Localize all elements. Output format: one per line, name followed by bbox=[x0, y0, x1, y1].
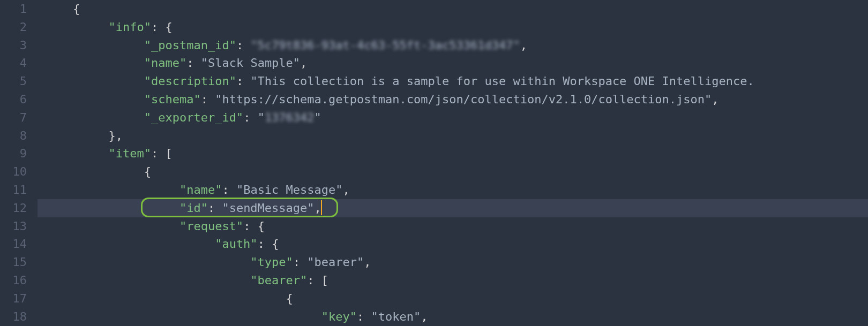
code-token: { bbox=[165, 20, 172, 34]
code-line[interactable]: { bbox=[38, 290, 868, 308]
code-token: , bbox=[520, 39, 527, 52]
code-token: { bbox=[286, 292, 293, 305]
code-area[interactable]: { "info": { "_postman_id": "5c79t836-93a… bbox=[38, 0, 868, 326]
code-token: "Slack Sample" bbox=[201, 56, 300, 70]
line-number-gutter: 123456789101112131415161718 bbox=[0, 0, 38, 326]
code-token: "auth" bbox=[215, 237, 257, 251]
line-number: 13 bbox=[0, 217, 27, 236]
code-token: : bbox=[307, 274, 321, 287]
code-line[interactable]: "info": { bbox=[38, 18, 868, 36]
code-token: : bbox=[201, 93, 215, 106]
code-token: "info" bbox=[108, 20, 151, 34]
code-token: [ bbox=[321, 274, 328, 287]
line-number: 5 bbox=[0, 72, 27, 90]
line-number: 8 bbox=[0, 127, 27, 145]
code-token: "key" bbox=[321, 310, 357, 323]
code-token: "https://schema.getpostman.com/json/coll… bbox=[215, 93, 712, 106]
code-token: "This collection is a sample for use wit… bbox=[250, 74, 754, 88]
code-line[interactable]: "_postman_id": "5c79t836-93at-4c63-55ft-… bbox=[38, 36, 868, 55]
code-line[interactable]: { bbox=[38, 0, 868, 18]
code-token: " bbox=[258, 111, 265, 124]
code-token: "description" bbox=[144, 74, 236, 88]
code-token: { bbox=[258, 219, 265, 233]
code-token: : bbox=[258, 237, 272, 251]
line-number: 18 bbox=[0, 308, 27, 326]
code-token: : bbox=[357, 310, 371, 323]
code-token: "request" bbox=[179, 219, 243, 233]
code-token: "name" bbox=[179, 183, 222, 196]
code-token: , bbox=[364, 255, 371, 269]
code-line[interactable]: "description": "This collection is a sam… bbox=[38, 72, 868, 90]
code-token: "_postman_id" bbox=[144, 39, 236, 52]
code-line[interactable]: "item": [ bbox=[38, 145, 868, 163]
code-token: , bbox=[343, 183, 350, 196]
code-token: : bbox=[151, 20, 166, 34]
code-line[interactable]: "key": "token", bbox=[38, 308, 868, 326]
text-cursor bbox=[321, 200, 322, 215]
line-number: 4 bbox=[0, 54, 27, 72]
code-token: : bbox=[222, 183, 236, 196]
code-token: : bbox=[293, 255, 308, 269]
line-number: 15 bbox=[0, 253, 27, 271]
code-line[interactable]: "name": "Slack Sample", bbox=[38, 54, 868, 72]
code-line[interactable]: "name": "Basic Message", bbox=[38, 181, 868, 199]
line-number: 12 bbox=[0, 199, 27, 217]
code-token: { bbox=[272, 237, 279, 251]
code-line[interactable]: "auth": { bbox=[38, 235, 868, 253]
code-token: { bbox=[144, 165, 151, 178]
line-number: 14 bbox=[0, 235, 27, 253]
code-token: : bbox=[186, 56, 201, 70]
code-line[interactable]: }, bbox=[38, 127, 868, 145]
code-token: "Basic Message" bbox=[236, 183, 343, 196]
code-line[interactable]: "request": { bbox=[38, 217, 868, 236]
line-number: 11 bbox=[0, 181, 27, 199]
code-line[interactable]: "_exporter_id": "1376342" bbox=[38, 109, 868, 127]
code-token: : bbox=[243, 219, 258, 233]
code-token: "type" bbox=[250, 255, 293, 269]
line-number: 16 bbox=[0, 271, 27, 290]
code-token: "token" bbox=[371, 310, 421, 323]
code-token: : bbox=[151, 147, 166, 160]
code-token: "_exporter_id" bbox=[144, 111, 243, 124]
code-token: [ bbox=[165, 147, 172, 160]
code-token: "schema" bbox=[144, 93, 201, 106]
code-token: "bearer" bbox=[250, 274, 307, 287]
code-token: { bbox=[73, 2, 80, 16]
code-token: "5c79t836-93at-4c63-55ft-3ac53361d347" bbox=[250, 39, 520, 52]
code-line[interactable]: "bearer": [ bbox=[38, 271, 868, 290]
code-line[interactable]: "id": "sendMessage", bbox=[38, 199, 868, 217]
code-token: 1376342 bbox=[265, 111, 315, 124]
code-token: : bbox=[243, 111, 258, 124]
line-number: 2 bbox=[0, 18, 27, 36]
code-token: , bbox=[315, 201, 321, 215]
line-number: 6 bbox=[0, 90, 27, 109]
code-token: , bbox=[712, 93, 719, 106]
code-token: "item" bbox=[108, 147, 151, 160]
code-token: "id" bbox=[179, 201, 208, 215]
code-token: , bbox=[116, 129, 123, 142]
code-token: : bbox=[236, 74, 251, 88]
code-line[interactable]: "schema": "https://schema.getpostman.com… bbox=[38, 90, 868, 109]
code-line[interactable]: { bbox=[38, 163, 868, 181]
line-number: 1 bbox=[0, 0, 27, 18]
code-token: "name" bbox=[144, 56, 186, 70]
code-token: , bbox=[300, 56, 307, 70]
code-token: : bbox=[236, 39, 251, 52]
code-token: "bearer" bbox=[307, 255, 364, 269]
code-token: "sendMessage" bbox=[222, 201, 314, 215]
line-number: 10 bbox=[0, 163, 27, 181]
line-number: 7 bbox=[0, 109, 27, 127]
code-token: , bbox=[421, 310, 428, 323]
code-token: : bbox=[208, 201, 222, 215]
code-line[interactable]: "type": "bearer", bbox=[38, 253, 868, 271]
code-token: " bbox=[315, 111, 321, 124]
code-editor[interactable]: 123456789101112131415161718 { "info": { … bbox=[0, 0, 868, 326]
line-number: 17 bbox=[0, 290, 27, 308]
line-number: 9 bbox=[0, 145, 27, 163]
line-number: 3 bbox=[0, 36, 27, 55]
code-token: } bbox=[108, 129, 115, 142]
